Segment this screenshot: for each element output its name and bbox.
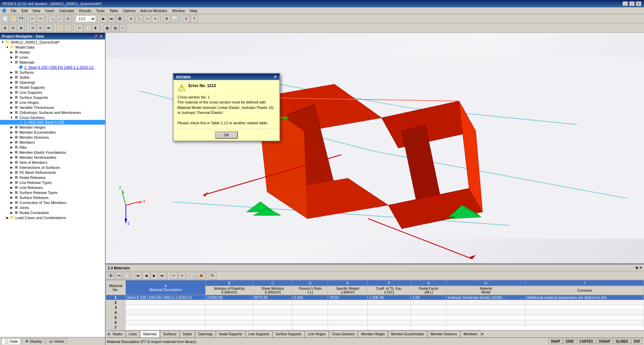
- tree-toggle[interactable]: ▶: [5, 216, 9, 219]
- tree-item-nodal-releases[interactable]: ▶ ⊞ Nodal Releases: [0, 175, 105, 180]
- dialog-close-btn[interactable]: ✕: [274, 75, 277, 79]
- tree-toggle[interactable]: ▶: [9, 156, 13, 159]
- cell-modulus[interactable]: [206, 325, 253, 330]
- tree-toggle[interactable]: ▼: [9, 116, 13, 119]
- tb-new[interactable]: 📄: [1, 15, 9, 22]
- status-btn-osnap[interactable]: OSNAP: [596, 339, 613, 344]
- tree-toggle[interactable]: ▶: [9, 206, 13, 209]
- menu-item-calculate[interactable]: Calculate: [57, 8, 76, 13]
- cell-comment[interactable]: [525, 310, 644, 315]
- cell-comment[interactable]: [525, 320, 644, 325]
- table-close-btn[interactable]: ✕: [639, 266, 642, 270]
- tb2-1[interactable]: ⊞: [1, 24, 9, 32]
- tree-toggle[interactable]: ▶: [9, 106, 13, 109]
- cell-spec_weight[interactable]: [328, 300, 368, 305]
- cell-coeff_th[interactable]: [367, 325, 411, 330]
- tree-item-variable-thick[interactable]: ▶ ⊞ Variable Thicknesses: [0, 105, 105, 110]
- tree-toggle[interactable]: ▶: [9, 166, 13, 169]
- tree-item-surface-releases[interactable]: ▶ ⊞ Surface Releases: [0, 195, 105, 200]
- cell-shear[interactable]: [253, 325, 292, 330]
- tb-surf[interactable]: ▭: [144, 15, 151, 22]
- tb-member[interactable]: ━: [152, 15, 159, 22]
- tbl-tb-prev[interactable]: ◀: [143, 272, 150, 279]
- tree-item-cs1[interactable]: I 1: HEB 300; Steel S 235: [0, 120, 105, 125]
- tree-toggle[interactable]: ▶: [9, 81, 13, 84]
- cell-mat_desc[interactable]: [125, 305, 206, 310]
- tb2-6[interactable]: ⇄: [45, 24, 52, 32]
- menu-item-edit[interactable]: Edit: [19, 8, 30, 13]
- table-row[interactable]: 2: [106, 300, 644, 305]
- cell-modulus[interactable]: [206, 300, 253, 305]
- cell-mat_model[interactable]: [446, 300, 525, 305]
- tree-toggle[interactable]: ▶: [9, 181, 13, 184]
- tb-zoom-out[interactable]: 🔎: [56, 15, 64, 22]
- tree-toggle[interactable]: ▶: [9, 136, 13, 139]
- table-tabs-left-arrow[interactable]: ◀: [107, 332, 109, 336]
- cell-poisson[interactable]: [292, 305, 328, 310]
- menu-item-insert[interactable]: Insert: [43, 8, 56, 13]
- cell-mat_no[interactable]: 6: [106, 320, 126, 325]
- tree-toggle[interactable]: ▶: [9, 91, 13, 94]
- tree-item-member-ecc[interactable]: ▶ ⊞ Member Eccentricities: [0, 130, 105, 135]
- tree-item-cross-sections[interactable]: ▼ ⊞ Cross-Sections: [0, 115, 105, 120]
- cell-coeff_th[interactable]: [367, 320, 411, 325]
- table-row[interactable]: 7: [106, 325, 644, 330]
- table-undock-btn[interactable]: ⧉: [636, 266, 638, 270]
- table-tab-nodes[interactable]: Nodes: [110, 331, 125, 337]
- table-tab-lines[interactable]: Lines: [126, 331, 140, 337]
- tree-toggle[interactable]: ▼: [9, 61, 13, 64]
- cell-partial[interactable]: [411, 305, 446, 310]
- cell-mat_model[interactable]: [446, 325, 525, 330]
- tree-toggle[interactable]: ▶: [9, 131, 13, 134]
- tree-item-line-release-types[interactable]: ▶ ⊞ Line Release Types: [0, 180, 105, 185]
- tree-item-connection-two[interactable]: ▶ ⊞ Connection of Two Members: [0, 200, 105, 205]
- cell-coeff_th[interactable]: [367, 300, 411, 305]
- status-btn-snap[interactable]: SNAP: [548, 339, 562, 344]
- table-tab-member-eccentricities[interactable]: Member Eccentricities: [388, 331, 427, 337]
- cell-mat_model[interactable]: Isotropic Nonlinear Elastic 2D/3D...: [446, 295, 525, 300]
- tree-item-nodal-constraints[interactable]: ▶ ⊞ Nodal Constraints: [0, 210, 105, 215]
- tree-item-nodal-supports[interactable]: ▶ ⊞ Nodal Supports: [0, 85, 105, 90]
- tree-item-member-div[interactable]: ▶ ⊞ Member Divisions: [0, 135, 105, 140]
- tbl-tb-last[interactable]: ⏭: [159, 272, 166, 279]
- cell-poisson[interactable]: [292, 320, 328, 325]
- tree-item-lines[interactable]: ▶ ⊞ Lines: [0, 55, 105, 60]
- status-btn-dxf[interactable]: DXF: [631, 339, 643, 344]
- table-tab-cross-sections[interactable]: Cross-Sections: [329, 331, 358, 337]
- cell-mat_desc[interactable]: [125, 300, 206, 305]
- table-row[interactable]: 5: [106, 315, 644, 320]
- tbl-tb-fx[interactable]: fx: [209, 272, 216, 279]
- tree-label-cs1[interactable]: 1: HEB 300; Steel S 235: [23, 120, 105, 124]
- table-tab-members[interactable]: Members: [461, 331, 481, 337]
- cell-shear[interactable]: [253, 310, 292, 315]
- table-tab-nodal-supports[interactable]: Nodal Supports: [216, 331, 245, 337]
- tb-node[interactable]: ●: [127, 15, 135, 22]
- menu-item-window[interactable]: Window: [170, 8, 187, 13]
- tree-item-joints[interactable]: ▶ ⊞ Joints: [0, 205, 105, 210]
- tb2-13[interactable]: ▧: [111, 24, 119, 32]
- tb-result[interactable]: 📊: [171, 15, 178, 22]
- tb-redo[interactable]: ↪: [37, 15, 44, 22]
- tb2-12[interactable]: ▦: [103, 24, 111, 32]
- status-btn-cartes[interactable]: CARTES: [577, 339, 595, 344]
- nav-close-btn[interactable]: ✕: [99, 34, 103, 38]
- table-tab-line-hinges[interactable]: Line Hinges: [305, 331, 329, 337]
- tbl-tb-copy[interactable]: 📋: [123, 272, 130, 279]
- cell-comment[interactable]: [525, 305, 644, 310]
- maximize-btn[interactable]: □: [629, 1, 635, 6]
- cell-mat_desc[interactable]: [125, 320, 206, 325]
- tree-item-load-cases[interactable]: ▶ 📁 Load Cases and Combinations: [0, 215, 105, 220]
- cell-coeff_th[interactable]: [367, 310, 411, 315]
- menu-item-tools[interactable]: Tools: [94, 8, 107, 13]
- tree-toggle[interactable]: ▶: [9, 141, 13, 144]
- cell-partial[interactable]: [411, 300, 446, 305]
- cell-mat_desc[interactable]: Steel S 235 | DIN EN 1993-1-1:2010-12: [125, 295, 206, 300]
- tree-toggle[interactable]: ▶: [9, 196, 13, 199]
- cell-spec_weight[interactable]: [328, 315, 368, 320]
- tree-item-nodes[interactable]: ▶ ⊞ Nodes: [0, 50, 105, 55]
- tb-btn2[interactable]: ⏭: [108, 15, 115, 22]
- table-row[interactable]: 4: [106, 310, 644, 315]
- tb2-11[interactable]: 🗑: [92, 24, 99, 32]
- cell-mat_no[interactable]: 3: [106, 305, 126, 310]
- tree-item-line-releases[interactable]: ▶ ⊞ Line Releases: [0, 185, 105, 190]
